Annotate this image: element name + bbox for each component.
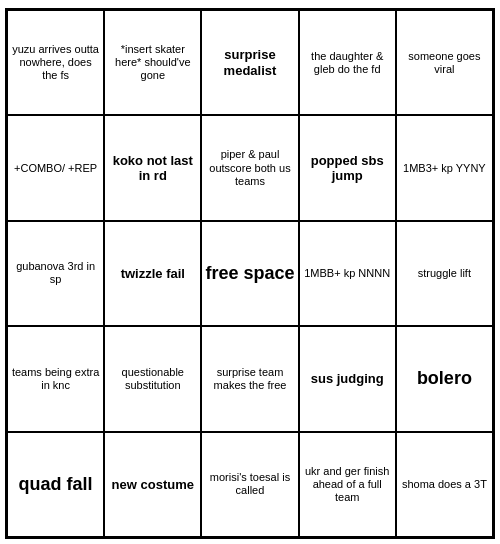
cell-r0-c2: surprise medalist (201, 10, 298, 115)
cell-r1-c1: koko not last in rd (104, 115, 201, 220)
cell-r4-c4: shoma does a 3T (396, 432, 493, 537)
cell-r2-c2: free space (201, 221, 298, 326)
cell-r3-c2: surprise team makes the free (201, 326, 298, 431)
cell-r0-c0: yuzu arrives outta nowhere, does the fs (7, 10, 104, 115)
cell-r2-c3: 1MBB+ kp NNNN (299, 221, 396, 326)
cell-r4-c2: morisi's toesal is called (201, 432, 298, 537)
cell-r2-c0: gubanova 3rd in sp (7, 221, 104, 326)
cell-r4-c1: new costume (104, 432, 201, 537)
cell-r1-c0: +COMBO/ +REP (7, 115, 104, 220)
cell-r2-c4: struggle lift (396, 221, 493, 326)
cell-r0-c1: *insert skater here* should've gone (104, 10, 201, 115)
cell-r0-c4: someone goes viral (396, 10, 493, 115)
bingo-grid: yuzu arrives outta nowhere, does the fs*… (5, 8, 495, 539)
cell-r2-c1: twizzle fail (104, 221, 201, 326)
cell-r1-c2: piper & paul outscore both us teams (201, 115, 298, 220)
cell-r3-c4: bolero (396, 326, 493, 431)
cell-r0-c3: the daughter & gleb do the fd (299, 10, 396, 115)
cell-r4-c0: quad fall (7, 432, 104, 537)
cell-r3-c0: teams being extra in knc (7, 326, 104, 431)
cell-r4-c3: ukr and ger finish ahead of a full team (299, 432, 396, 537)
cell-r3-c1: questionable substitution (104, 326, 201, 431)
cell-r1-c3: popped sbs jump (299, 115, 396, 220)
cell-r1-c4: 1MB3+ kp YYNY (396, 115, 493, 220)
bingo-title (0, 0, 500, 8)
cell-r3-c3: sus judging (299, 326, 396, 431)
